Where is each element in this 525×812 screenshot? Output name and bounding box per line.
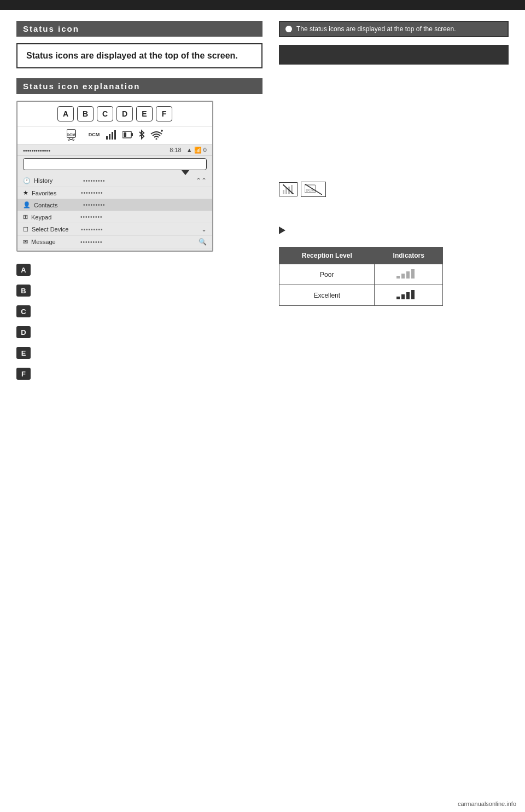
svg-rect-6: [114, 130, 116, 140]
label-block-F: F: [16, 367, 262, 380]
reception-table: Reception Level Indicators Poor: [279, 247, 443, 306]
svg-rect-23: [406, 271, 410, 279]
icon-label-D: D: [116, 106, 133, 121]
svg-rect-22: [401, 274, 405, 279]
menu-item-contacts: 👤 Contacts •••••••••: [18, 199, 212, 211]
right-body-text-3: [279, 127, 509, 149]
dots-top: •••••••••••••: [23, 147, 50, 154]
svg-rect-3: [106, 136, 108, 140]
indicator-poor: [375, 264, 443, 285]
label-block-D: D: [16, 325, 262, 338]
label-block-B: B: [16, 283, 262, 297]
badge-A: A: [16, 264, 31, 276]
dcm-text-icon: DCM: [86, 129, 102, 142]
top-bar: [0, 0, 525, 10]
menu-list: 🕐 History ••••••••• ⌃⌃ ★ Favorites •••••…: [18, 172, 212, 251]
icon-label-C: C: [97, 106, 113, 121]
level-excellent: Excellent: [279, 285, 375, 306]
svg-rect-8: [131, 133, 133, 136]
icon-label-E: E: [136, 106, 153, 121]
right-dark-box: [279, 45, 509, 65]
battery-icon: [122, 130, 133, 141]
indicator-excellent: [375, 285, 443, 306]
symbol-row: DCM DCM: [18, 126, 212, 145]
info-box: Status icons are displayed at the top of…: [16, 43, 262, 68]
right-body-text-1: [279, 72, 509, 94]
right-info-box: The status icons are displayed at the to…: [279, 21, 509, 37]
svg-rect-9: [124, 132, 126, 137]
icon-label-A: A: [57, 106, 74, 121]
svg-rect-25: [396, 297, 400, 299]
right-column: The status icons are displayed at the to…: [279, 21, 509, 387]
no-signal-dcm-icon: DCM: [301, 182, 326, 197]
right-body-text-5: [279, 205, 509, 221]
time-display: 8:18 ▲ 📶 0: [170, 147, 207, 154]
right-body-text-4: [279, 154, 509, 176]
svg-rect-24: [411, 269, 415, 279]
svg-rect-26: [401, 294, 405, 299]
menu-item-favorites: ★ Favorites •••••••••: [18, 187, 212, 199]
svg-rect-27: [406, 292, 410, 299]
label-text-F: [36, 367, 145, 377]
badge-C: C: [16, 305, 31, 317]
level-poor: Poor: [279, 264, 375, 285]
section-header-status-icon: Status icon: [16, 21, 262, 37]
badge-D: D: [16, 326, 31, 338]
label-text-C: [36, 304, 145, 315]
svg-text:DCM: DCM: [89, 132, 100, 137]
svg-rect-28: [411, 290, 415, 299]
svg-point-10: [156, 138, 158, 140]
table-header-level: Reception Level: [279, 247, 375, 264]
no-signal-bars-icon: [279, 182, 298, 196]
badge-F: F: [16, 368, 31, 380]
label-text-A: [36, 263, 145, 273]
svg-rect-4: [109, 134, 110, 140]
svg-text:DCM: DCM: [67, 133, 75, 137]
label-text-D: [36, 325, 145, 335]
badge-B: B: [16, 285, 31, 297]
left-column: Status icon Status icons are displayed a…: [16, 21, 262, 387]
table-row-poor: Poor: [279, 264, 443, 285]
bullet-circle: [285, 26, 292, 32]
bluetooth-icon: [138, 129, 145, 142]
menu-item-history: 🕐 History ••••••••• ⌃⌃: [18, 175, 212, 187]
callout-bubble: [23, 158, 207, 170]
signal-icon: [106, 130, 118, 141]
menu-item-select-device: ☐ Select Device ••••••••• ⌄: [18, 223, 212, 236]
wifi-icon: [150, 130, 163, 141]
label-block-C: C: [16, 304, 262, 317]
label-block-A: A: [16, 263, 262, 276]
menu-item-message: ✉ Message ••••••••• 🔍: [18, 236, 212, 248]
footer-url: carmanualsonline.info: [458, 801, 516, 807]
menu-item-keypad: ⊞ Keypad •••••••••: [18, 211, 212, 223]
label-text-E: [36, 346, 145, 356]
icon-label-B: B: [77, 106, 94, 121]
icon-label-F: F: [156, 106, 172, 121]
table-header-indicators: Indicators: [375, 247, 443, 264]
footer: carmanualsonline.info: [458, 799, 516, 808]
table-row-excellent: Excellent: [279, 285, 443, 306]
svg-rect-13: [283, 190, 284, 194]
right-info-text: The status icons are displayed at the to…: [296, 25, 456, 33]
section-header-explanation: Status icon explanation: [16, 78, 262, 94]
screen-mockup: A B C D E F DCM: [16, 101, 213, 252]
badge-E: E: [16, 347, 31, 359]
icon-label-row: A B C D E F: [18, 102, 212, 126]
triangle-arrow: [279, 227, 509, 241]
svg-rect-21: [396, 276, 400, 279]
label-text-B: [36, 283, 145, 294]
right-body-text-2: [279, 100, 509, 121]
no-signal-icons: DCM: [279, 182, 509, 197]
svg-rect-14: [285, 188, 287, 194]
dcm-icon: DCM: [67, 129, 82, 142]
svg-rect-5: [112, 132, 113, 140]
label-block-E: E: [16, 346, 262, 359]
status-bar: ••••••••••••• 8:18 ▲ 📶 0: [18, 145, 212, 156]
